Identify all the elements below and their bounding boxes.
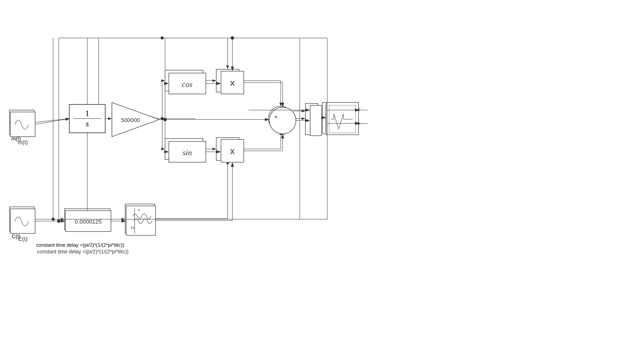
ct-label: C(t)	[12, 233, 21, 239]
svg-rect-12	[305, 103, 318, 135]
gain-label: 500000	[119, 116, 139, 122]
sin-label: sin	[180, 146, 188, 154]
mux-block	[305, 103, 318, 135]
svg-rect-2	[9, 110, 34, 135]
delay-t0: t₀	[130, 223, 133, 228]
gain-block: 500000	[112, 103, 157, 134]
sin-block: sin	[165, 139, 203, 160]
cos-label: cos	[179, 78, 189, 85]
sum-minus: −	[280, 128, 284, 136]
delay-plus: +	[137, 210, 139, 214]
multiply-bot-block: x	[216, 138, 239, 160]
mt-source-block: m(t)	[9, 110, 34, 142]
svg-line-21	[34, 119, 69, 122]
svg-rect-19	[125, 204, 155, 233]
multiply-top-label: x	[226, 76, 230, 85]
multiply-bot-label: x	[226, 144, 230, 154]
delay-annotation: constant time delay =(pi/2)*(1/(2*pi*Wc)…	[36, 242, 124, 248]
cos-block: cos	[165, 70, 203, 91]
junction-top	[161, 37, 164, 40]
sum-plus: +	[269, 114, 273, 122]
multiply-top-block: x	[216, 69, 239, 92]
ct-source-block: C(t)	[9, 207, 34, 239]
scope-block	[322, 102, 360, 134]
svg-rect-3	[9, 207, 34, 232]
transport-delay-block: t₀ +	[125, 204, 155, 233]
mt-label: m(t)	[11, 136, 21, 142]
